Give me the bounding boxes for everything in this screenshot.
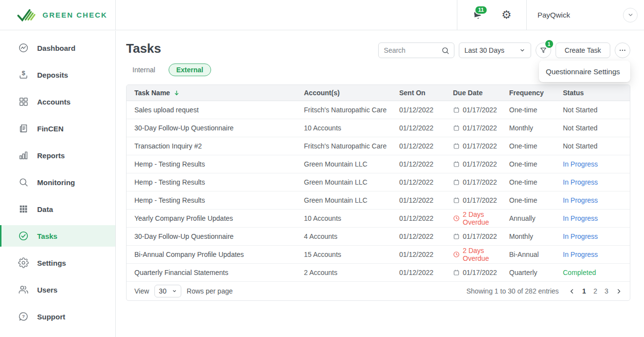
sidebar-item-fincen[interactable]: FinCEN (0, 118, 115, 139)
table-row[interactable]: Quarterly Financial Statements 2 Account… (127, 264, 630, 282)
sidebar-item-monitoring[interactable]: Monitoring (0, 171, 115, 193)
notifications-bell-icon[interactable]: 11 (472, 10, 483, 21)
sidebar-item-label: Tasks (37, 232, 57, 240)
calendar-icon (453, 106, 460, 113)
account-chevron-button[interactable] (623, 8, 638, 22)
brand-logo[interactable]: GREEN CHECK (0, 0, 116, 30)
cell-sent-on: 01/12/2022 (399, 232, 453, 240)
cell-task-name: 30-Day Follow-Up Questionnaire (134, 124, 304, 132)
menu-item-questionnaire-settings[interactable]: Questionnaire Settings (546, 67, 620, 76)
column-header-task-name[interactable]: Task Name (134, 89, 304, 97)
cell-sent-on: 01/12/2022 (399, 142, 453, 150)
cell-accounts: 10 Accounts (304, 214, 399, 222)
sidebar-item-tasks[interactable]: Tasks (0, 225, 115, 247)
magnifier-icon (18, 177, 29, 188)
column-header-accounts[interactable]: Account(s) (304, 89, 399, 97)
cell-accounts: 15 Accounts (304, 251, 399, 258)
cell-frequency: One-time (509, 142, 563, 150)
date-range-select[interactable]: Last 30 Days (459, 42, 531, 58)
table-row[interactable]: 30-Day Follow-Up Questionnaire 4 Account… (127, 228, 630, 246)
sidebar-item-settings[interactable]: Settings (0, 252, 115, 274)
sidebar-item-support[interactable]: ? Support (0, 306, 115, 327)
due-date-text: 01/17/2022 (463, 178, 497, 186)
create-task-button[interactable]: Create Task (556, 42, 610, 58)
sidebar-item-deposits[interactable]: $ Deposits (0, 64, 115, 85)
due-date-text: 01/17/2022 (463, 196, 497, 204)
bar-chart-icon (18, 150, 29, 161)
showing-entries-text: Showing 1 to 30 of 282 entries (466, 287, 558, 295)
cell-status: Completed (563, 269, 630, 276)
tab-external[interactable]: External (169, 63, 211, 76)
cell-sent-on: 01/12/2022 (399, 106, 453, 114)
cell-accounts: Green Mountain LLC (304, 160, 399, 168)
account-switcher[interactable]: PayQwick (526, 0, 644, 30)
sidebar-item-users[interactable]: Users (0, 279, 115, 300)
help-bubble-icon: ? (18, 311, 29, 322)
sidebar-item-label: Settings (37, 259, 66, 267)
settings-gear-icon[interactable]: ⚙ (501, 9, 512, 21)
more-options-button[interactable] (615, 42, 630, 58)
topbar-icon-zone: 11 ⚙ (457, 0, 526, 30)
sidebar-item-accounts[interactable]: Accounts (0, 91, 115, 112)
sidebar-item-dashboard[interactable]: Dashboard (0, 37, 115, 59)
topbar-spacer (116, 0, 457, 30)
cell-task-name: 30-Day Follow-Up Questionnaire (134, 232, 304, 240)
table-row[interactable]: Bi-Annual Company Profile Updates 15 Acc… (127, 246, 630, 264)
table-row[interactable]: Hemp - Testing Results Green Mountain LL… (127, 173, 630, 191)
table-row[interactable]: Sales upload request Fritsch's Naturopat… (127, 101, 630, 119)
table-row[interactable]: Transaction Inquiry #2 Fritsch's Naturop… (127, 137, 630, 155)
funnel-icon (539, 46, 547, 54)
due-date-text: 01/17/2022 (463, 269, 497, 276)
cell-accounts: 4 Accounts (304, 232, 399, 240)
svg-text:?: ? (22, 314, 25, 319)
sidebar-item-label: Data (37, 205, 53, 213)
tab-internal[interactable]: Internal (132, 66, 155, 74)
cell-task-name: Yearly Company Profile Updates (134, 214, 304, 222)
column-header-due-date[interactable]: Due Date (453, 89, 509, 97)
column-header-status[interactable]: Status (563, 89, 630, 97)
search-icon (441, 46, 450, 55)
cell-task-name: Quarterly Financial Statements (134, 269, 304, 276)
rows-per-page-select[interactable]: 30 (154, 285, 181, 297)
cell-frequency: Annually (509, 214, 563, 222)
prev-page-icon[interactable] (569, 288, 575, 295)
cell-frequency: Monthly (509, 124, 563, 132)
table-row[interactable]: 30-Day Follow-Up Questionnaire 10 Accoun… (127, 119, 630, 137)
filter-button[interactable]: 1 (536, 42, 551, 58)
table-row[interactable]: Hemp - Testing Results Green Mountain LL… (127, 155, 630, 173)
cell-frequency: One-time (509, 196, 563, 204)
cell-frequency: Bi-Annual (509, 251, 563, 258)
more-options-menu: Questionnaire Settings (539, 61, 630, 82)
page-number-3[interactable]: 3 (604, 287, 608, 295)
page-controls: 1 2 3 (569, 287, 622, 295)
due-date-text: 01/17/2022 (463, 232, 497, 240)
column-header-frequency[interactable]: Frequency (509, 89, 563, 97)
calendar-icon (453, 233, 460, 240)
table-footer: View 30 Rows per page Showing 1 to 30 of… (127, 282, 630, 300)
search-input[interactable] (384, 46, 438, 54)
sidebar-item-label: Accounts (37, 98, 70, 106)
cell-due-date: 01/17/2022 (453, 232, 509, 240)
cell-sent-on: 01/12/2022 (399, 178, 453, 186)
cell-status: In Progress (563, 196, 630, 204)
cell-accounts: 10 Accounts (304, 124, 399, 132)
next-page-icon[interactable] (616, 288, 622, 295)
sidebar-item-label: Reports (37, 151, 65, 160)
cell-accounts: Green Mountain LLC (304, 196, 399, 204)
table-row[interactable]: Yearly Company Profile Updates 10 Accoun… (127, 210, 630, 228)
table-body: Sales upload request Fritsch's Naturopat… (127, 101, 630, 282)
sidebar-item-data[interactable]: Data (0, 198, 115, 220)
cell-frequency: Quarterly (509, 269, 563, 276)
column-header-sent-on[interactable]: Sent On (399, 89, 453, 97)
org-name: PayQwick (537, 11, 570, 19)
cell-task-name: Hemp - Testing Results (134, 178, 304, 186)
cell-due-date: 01/17/2022 (453, 178, 509, 186)
tasks-table: Task Name Account(s) Sent On Due Date Fr… (126, 84, 630, 301)
date-range-value: Last 30 Days (465, 46, 505, 54)
page-number-1[interactable]: 1 (582, 287, 586, 295)
sidebar-item-reports[interactable]: Reports (0, 145, 115, 166)
page-number-2[interactable]: 2 (593, 287, 597, 295)
deposit-icon: $ (18, 69, 29, 80)
table-row[interactable]: Hemp - Testing Results Green Mountain LL… (127, 191, 630, 210)
green-check-logo-icon (17, 8, 37, 22)
